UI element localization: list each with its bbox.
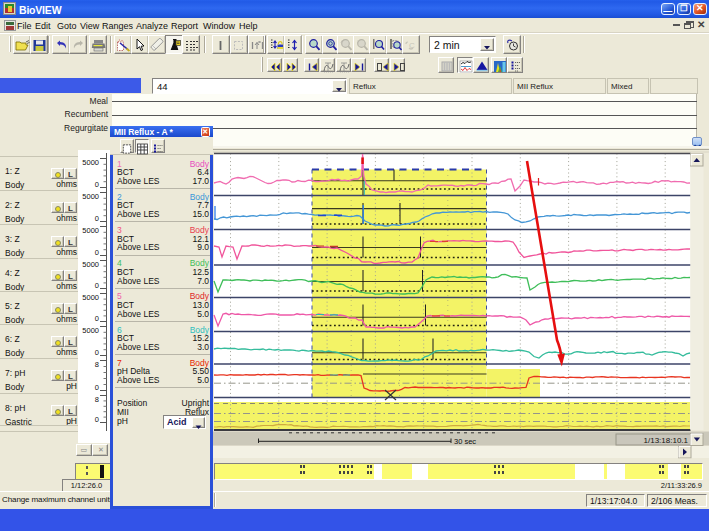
svg-text:30 sec: 30 sec bbox=[454, 437, 476, 446]
svg-text:5000: 5000 bbox=[82, 260, 99, 269]
svg-text:5000: 5000 bbox=[82, 192, 99, 201]
svg-text:8: 8 bbox=[95, 360, 99, 369]
svg-text:0: 0 bbox=[95, 415, 99, 424]
svg-text:5000: 5000 bbox=[82, 226, 99, 235]
svg-text:5000: 5000 bbox=[82, 293, 99, 302]
svg-text:5000: 5000 bbox=[82, 326, 99, 335]
svg-text:0: 0 bbox=[95, 281, 99, 290]
svg-text:1/13:18:10.1: 1/13:18:10.1 bbox=[644, 436, 689, 445]
svg-text:5000: 5000 bbox=[82, 158, 99, 167]
svg-text:0: 0 bbox=[95, 383, 99, 392]
svg-text:C: C bbox=[409, 41, 415, 50]
svg-text:8: 8 bbox=[95, 395, 99, 404]
svg-text:0: 0 bbox=[95, 348, 99, 357]
svg-text:0: 0 bbox=[95, 180, 99, 189]
svg-text:0: 0 bbox=[95, 214, 99, 223]
svg-text:0: 0 bbox=[95, 314, 99, 323]
svg-text:0: 0 bbox=[95, 248, 99, 257]
